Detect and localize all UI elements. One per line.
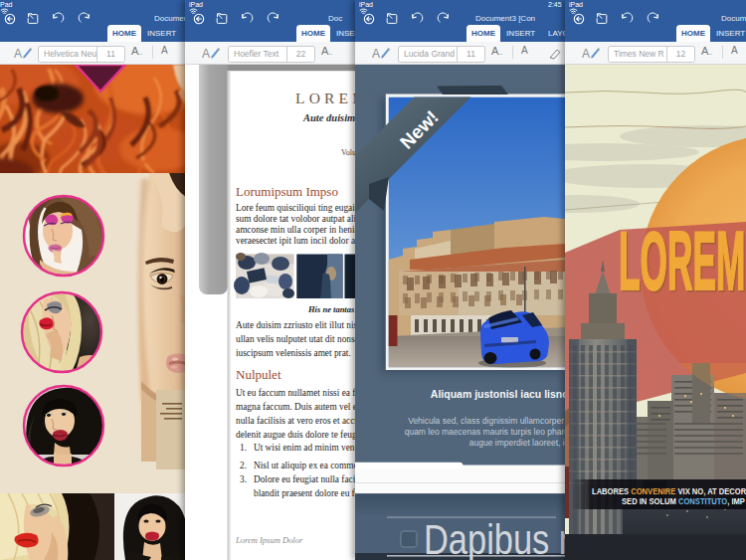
svg-text:magna faccum. Duis autem vel e: magna faccum. Duis autem vel eum (236, 402, 355, 412)
svg-text:blandit praesent dolore eu feu: blandit praesent dolore eu feugi (254, 488, 355, 498)
svg-text:3.: 3. (240, 474, 247, 484)
svg-text:LABORES CONVENIRE VIX NO, AT D: LABORES CONVENIRE VIX NO, AT DECORE (592, 485, 746, 496)
svg-text:Lore feum quisciliqui ting eug: Lore feum quisciliqui ting eugait utp (236, 203, 355, 213)
svg-text:Dapibus no: Dapibus no (424, 516, 565, 560)
svg-text:Aliquam justonisl iacu lisnon: Aliquam justonisl iacu lisnon ae (431, 388, 565, 400)
svg-text:Ut eu faccum nullamet nissi ea: Ut eu faccum nullamet nissi ea feugi (236, 388, 355, 398)
svg-text:LOREM IPSUM: LOREM IPSUM (295, 90, 355, 106)
svg-text:quam leo maecenas mauris turpi: quam leo maecenas mauris turpis leo phar… (405, 427, 565, 437)
svg-text:Dolore eu feugiat nulla facili: Dolore eu feugiat nulla facilisis (254, 474, 355, 484)
svg-text:ullan velis nulputet utat dit: ullan velis nulputet utat dit nonsed e (236, 334, 355, 344)
svg-text:amconse min ulla corper in hen: amconse min ulla corper in heniat lo (236, 225, 355, 235)
svg-text:Nulpulet: Nulpulet (236, 367, 281, 382)
svg-text:Aute duisim zzriusto elit illu: Aute duisim zzriusto elit illut nismod (236, 320, 355, 330)
svg-text:A: A (202, 47, 210, 61)
svg-text:His ne tantas fac: His ne tantas fac (307, 304, 355, 314)
svg-text:iuscipsum velenissis amet prat: iuscipsum velenissis amet prat. (236, 348, 351, 358)
svg-text:sum dolore tat volobor autpat: sum dolore tat volobor autpat alisim (236, 214, 355, 224)
svg-text:Nisl ut aliquip ex ea commodo: Nisl ut aliquip ex ea commodo (254, 461, 355, 470)
svg-text:Volume 1: Volume 1 (341, 148, 355, 157)
svg-text:nulla facilisis at vero eros e: nulla facilisis at vero eros et accums (236, 416, 355, 426)
svg-text:veraesectet ipit lum incil dol: veraesectet ipit lum incil dolor augue (236, 236, 355, 246)
svg-text:A: A (14, 47, 22, 61)
svg-text:Ut wisi enim ad minim veniam,: Ut wisi enim ad minim veniam, (254, 443, 355, 453)
svg-text:Lorem Ipsum Dolor: Lorem Ipsum Dolor (235, 535, 303, 545)
svg-text:delenit augue duis dolore te f: delenit augue duis dolore te feugait (236, 430, 355, 440)
svg-text:A: A (582, 47, 590, 61)
svg-text:A: A (372, 47, 380, 61)
svg-text:Lorumipsum Impso: Lorumipsum Impso (236, 184, 338, 199)
svg-text:Aute duisim dol: Aute duisim dol (302, 112, 355, 123)
svg-text:SED IN SOLUM CONSTITUTO, IMP: SED IN SOLUM CONSTITUTO, IMP (622, 495, 745, 506)
svg-text:1.: 1. (240, 443, 247, 453)
svg-text:Vehicula sed, class dignissim: Vehicula sed, class dignissim ullamcorpe… (408, 416, 565, 426)
svg-text:2.: 2. (240, 461, 247, 470)
svg-text:augue imperdiet laoreet, ips: augue imperdiet laoreet, ips (469, 438, 565, 448)
svg-text:LOREM: LOREM (619, 215, 745, 308)
